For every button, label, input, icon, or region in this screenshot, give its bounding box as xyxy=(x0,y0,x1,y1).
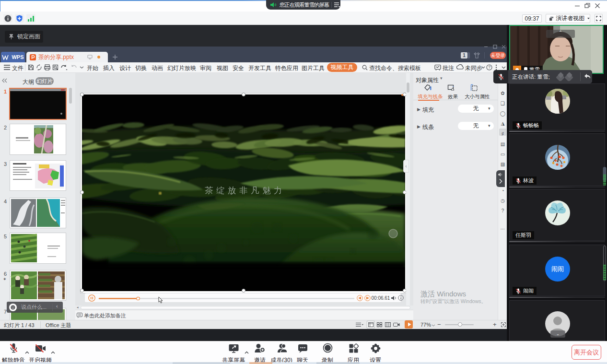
svg-text:茶绽放非凡魅力: 茶绽放非凡魅力 xyxy=(205,186,285,195)
svg-text:?: ? xyxy=(488,65,490,70)
